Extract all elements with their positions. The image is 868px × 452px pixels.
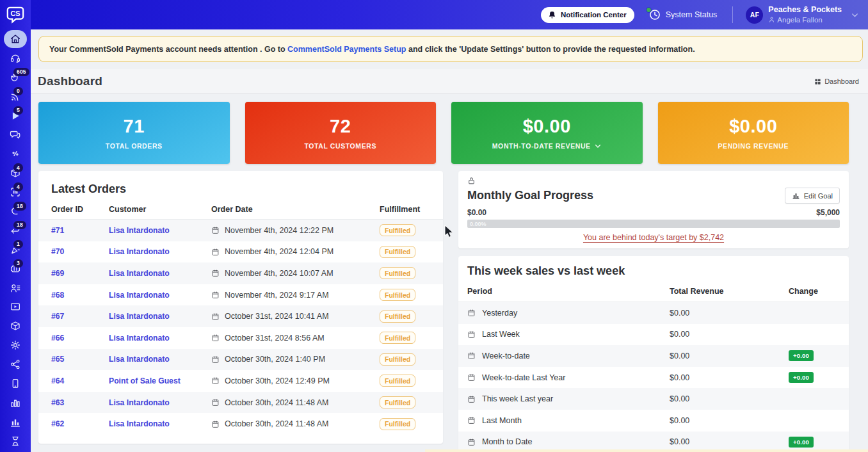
revenue-value: $0.00: [670, 416, 789, 425]
edit-goal-label: Edit Goal: [804, 192, 833, 200]
goal-warning-text: You are behind today's target by $2,742: [467, 233, 840, 242]
video-icon: [10, 301, 21, 312]
commentsold-logo[interactable]: CS: [0, 0, 31, 29]
order-id-link[interactable]: #64: [51, 376, 109, 385]
fulfillment-status-badge: Fulfilled: [380, 246, 415, 258]
mobile-icon: [10, 378, 21, 389]
sidebar-item-discount[interactable]: [0, 144, 31, 163]
sidebar-item-chat[interactable]: [0, 125, 31, 144]
grid-icon: [814, 78, 821, 85]
customer-link[interactable]: Point of Sale Guest: [109, 376, 211, 385]
sidebar-item-scan[interactable]: 4: [0, 182, 31, 202]
sales-table-header: Period Total Revenue Change: [458, 278, 849, 302]
hourglass-icon: [10, 435, 21, 447]
stat-label: TOTAL ORDERS: [106, 142, 163, 150]
calendar-icon: [211, 420, 220, 428]
order-id-link[interactable]: #71: [51, 226, 109, 235]
order-date: November 4th, 2024 10:07 AM: [225, 269, 334, 278]
sidebar-item-headset[interactable]: [0, 49, 31, 68]
order-date: November 4th, 2024 9:17 AM: [225, 291, 329, 300]
stat-value: $0.00: [729, 116, 777, 137]
fulfillment-status-badge: Fulfilled: [380, 375, 415, 387]
calendar-icon: [467, 395, 476, 403]
order-date: October 30th, 2024 11:48 AM: [225, 398, 328, 407]
order-id-link[interactable]: #70: [51, 247, 109, 256]
order-table-row: #67 Lisa Intardonato October 31st, 2024 …: [38, 305, 443, 327]
period-label: Month to Date: [482, 437, 533, 446]
stat-label: MONTH-TO-DATE REVENUE: [492, 142, 591, 150]
sidebar-item-hourglass[interactable]: [0, 432, 31, 451]
calendar-icon: [211, 312, 220, 321]
calendar-icon: [211, 334, 220, 342]
customer-link[interactable]: Lisa Intardonato: [109, 312, 211, 321]
revenue-value: $0.00: [670, 437, 789, 446]
stat-card[interactable]: $0.00 MONTH-TO-DATE REVENUE: [451, 102, 643, 164]
order-id-link[interactable]: #66: [51, 334, 109, 343]
share-icon: [10, 359, 21, 370]
edit-goal-button[interactable]: Edit Goal: [785, 188, 840, 204]
order-id-link[interactable]: #63: [51, 398, 109, 407]
sidebar-item-wave[interactable]: 605: [0, 68, 31, 87]
sidebar-item-box[interactable]: [0, 316, 31, 335]
breadcrumb-label: Dashboard: [824, 77, 859, 85]
goal-progress-bar: 0.00%: [467, 220, 840, 228]
customer-link[interactable]: Lisa Intardonato: [109, 269, 211, 278]
customer-link[interactable]: Lisa Intardonato: [109, 419, 211, 428]
order-id-link[interactable]: #65: [51, 355, 109, 364]
sidebar-item-ticket[interactable]: 3: [0, 259, 31, 278]
revenue-value: $0.00: [670, 330, 789, 339]
order-id-link[interactable]: #62: [51, 419, 109, 428]
sales-table-body: Yesterday $0.00 Last Week $0.00 Week-to-…: [458, 302, 849, 452]
sidebar-item-play[interactable]: 5: [0, 106, 31, 125]
notification-center-button[interactable]: Notification Center: [541, 7, 634, 23]
goal-min: $0.00: [467, 208, 486, 217]
payments-setup-link[interactable]: CommentSold Payments Setup: [287, 45, 406, 54]
sidebar-item-video[interactable]: [0, 297, 31, 316]
order-table-row: #69 Lisa Intardonato November 4th, 2024 …: [38, 262, 443, 284]
sidebar-item-redo[interactable]: 18: [0, 202, 31, 221]
customer-link[interactable]: Lisa Intardonato: [109, 247, 211, 256]
stat-card[interactable]: $0.00 PENDING REVENUE: [658, 102, 849, 164]
customer-link[interactable]: Lisa Intardonato: [109, 398, 211, 407]
lock-icon: [467, 177, 476, 185]
sidebar-item-users[interactable]: [0, 278, 31, 298]
order-id-link[interactable]: #68: [51, 291, 109, 300]
stat-card[interactable]: 72 TOTAL CUSTOMERS: [245, 102, 437, 164]
revenue-value: $0.00: [670, 394, 789, 403]
sidebar-item-mobile[interactable]: [0, 374, 31, 393]
breadcrumb[interactable]: Dashboard: [814, 77, 859, 85]
fulfillment-status-badge: Fulfilled: [380, 267, 415, 279]
period-label: Last Month: [482, 416, 522, 425]
customer-link[interactable]: Lisa Intardonato: [109, 355, 211, 364]
calendar-icon: [211, 226, 220, 234]
sales-table-row: Yesterday $0.00: [458, 302, 849, 324]
sidebar-item-undo[interactable]: 18: [0, 221, 31, 240]
svg-text:CS: CS: [11, 10, 20, 17]
sidebar-item-party[interactable]: 1: [0, 240, 31, 259]
sidebar-item-broadcast[interactable]: 0: [0, 87, 31, 106]
fulfillment-status-badge: Fulfilled: [380, 418, 415, 430]
count-badge: 3: [13, 259, 23, 268]
system-status-button[interactable]: System Status: [648, 8, 718, 21]
page-title: Dashboard: [38, 74, 102, 88]
sidebar-item-chart-filled[interactable]: [0, 412, 31, 432]
sidebar-item-share[interactable]: [0, 355, 31, 374]
period-label: This week Last year: [482, 394, 553, 403]
sidebar: CS 605 0 5 4 4 18: [0, 0, 31, 452]
customer-link[interactable]: Lisa Intardonato: [109, 226, 211, 235]
stat-card[interactable]: 71 TOTAL ORDERS: [38, 102, 230, 164]
order-id-link[interactable]: #69: [51, 269, 109, 278]
customer-link[interactable]: Lisa Intardonato: [109, 334, 211, 343]
sidebar-item-chart[interactable]: [0, 393, 31, 412]
notification-center-label: Notification Center: [561, 11, 627, 19]
account-menu[interactable]: AF Peaches & Pockets Angela Fallon: [746, 5, 859, 24]
order-table-row: #65 Lisa Intardonato October 30th, 2024 …: [38, 349, 443, 371]
chevron-down-icon: [594, 142, 602, 150]
sales-table-row: Week-to-date $0.00 +0.00: [458, 345, 849, 367]
sidebar-item-home[interactable]: [0, 29, 31, 49]
sidebar-item-gear[interactable]: [0, 335, 31, 355]
order-id-link[interactable]: #67: [51, 312, 109, 321]
customer-link[interactable]: Lisa Intardonato: [109, 291, 211, 300]
order-date: October 30th, 2024 12:49 PM: [225, 376, 330, 385]
sidebar-item-package[interactable]: 4: [0, 163, 31, 182]
